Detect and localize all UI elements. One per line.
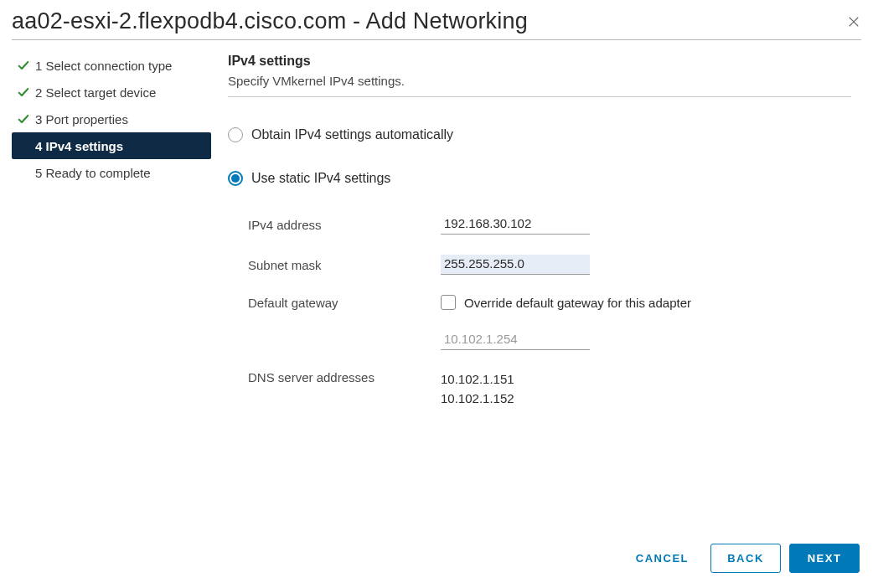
dialog-title: aa02-esxi-2.flexpodb4.cisco.com - Add Ne…	[12, 8, 528, 34]
wizard-sidebar: 1 Select connection type 2 Select target…	[0, 52, 228, 529]
back-button[interactable]: BACK	[710, 544, 781, 573]
wizard-step-label: 2 Select target device	[35, 85, 156, 100]
dialog-body: 1 Select connection type 2 Select target…	[0, 40, 873, 529]
label-ipv4-address: IPv4 address	[248, 218, 441, 232]
dialog-footer: CANCEL BACK NEXT	[0, 529, 873, 588]
radio-label: Use static IPv4 settings	[251, 171, 390, 186]
row-default-gateway: Default gateway Override default gateway…	[248, 295, 851, 310]
row-subnet-mask: Subnet mask	[248, 255, 851, 275]
label-default-gateway: Default gateway	[248, 296, 441, 310]
override-gateway-checkbox-row[interactable]: Override default gateway for this adapte…	[441, 295, 691, 310]
radio-label: Obtain IPv4 settings automatically	[251, 127, 453, 142]
radio-obtain-auto[interactable]: Obtain IPv4 settings automatically	[228, 127, 851, 142]
radio-static-ipv4[interactable]: Use static IPv4 settings	[228, 171, 851, 186]
wizard-step-label: 4 IPv4 settings	[35, 139, 123, 153]
checkbox-icon	[441, 295, 456, 310]
cancel-button[interactable]: CANCEL	[622, 544, 702, 572]
wizard-step-label: 1 Select connection type	[35, 59, 172, 73]
wizard-step-target-device[interactable]: 2 Select target device	[12, 79, 211, 106]
next-button[interactable]: NEXT	[789, 544, 860, 573]
label-subnet-mask: Subnet mask	[248, 258, 441, 272]
wizard-step-ipv4-settings[interactable]: 4 IPv4 settings	[12, 132, 211, 159]
dns-line-1: 10.102.1.151	[441, 370, 514, 389]
wizard-main: IPv4 settings Specify VMkernel IPv4 sett…	[228, 52, 873, 529]
checkmark-icon	[17, 112, 30, 126]
wizard-step-ready-to-complete[interactable]: 5 Ready to complete	[12, 159, 211, 186]
input-default-gateway	[441, 330, 590, 350]
label-dns: DNS server addresses	[248, 370, 441, 384]
dns-line-2: 10.102.1.152	[441, 389, 514, 409]
add-networking-dialog: aa02-esxi-2.flexpodb4.cisco.com - Add Ne…	[0, 0, 873, 588]
close-icon[interactable]	[846, 14, 861, 29]
section-title: IPv4 settings	[228, 54, 851, 69]
section-subtitle: Specify VMkernel IPv4 settings.	[228, 74, 851, 88]
section-separator	[228, 96, 851, 97]
checkmark-icon	[17, 85, 30, 99]
wizard-step-port-properties[interactable]: 3 Port properties	[12, 106, 211, 132]
dns-values: 10.102.1.151 10.102.1.152	[441, 370, 514, 408]
radio-icon	[228, 127, 243, 142]
override-gateway-label: Override default gateway for this adapte…	[464, 296, 691, 310]
static-ipv4-form: IPv4 address Subnet mask Default gateway	[228, 214, 851, 408]
wizard-step-connection-type[interactable]: 1 Select connection type	[12, 52, 211, 79]
input-ipv4-address[interactable]	[441, 214, 590, 235]
wizard-step-label: 5 Ready to complete	[35, 166, 151, 180]
dialog-titlebar: aa02-esxi-2.flexpodb4.cisco.com - Add Ne…	[0, 0, 873, 39]
row-ipv4-address: IPv4 address	[248, 214, 851, 235]
checkmark-icon	[17, 59, 30, 72]
radio-icon	[228, 171, 243, 186]
row-dns: DNS server addresses 10.102.1.151 10.102…	[248, 370, 851, 408]
input-subnet-mask[interactable]	[441, 255, 590, 275]
row-default-gateway-value	[248, 330, 851, 350]
wizard-step-label: 3 Port properties	[35, 112, 128, 126]
